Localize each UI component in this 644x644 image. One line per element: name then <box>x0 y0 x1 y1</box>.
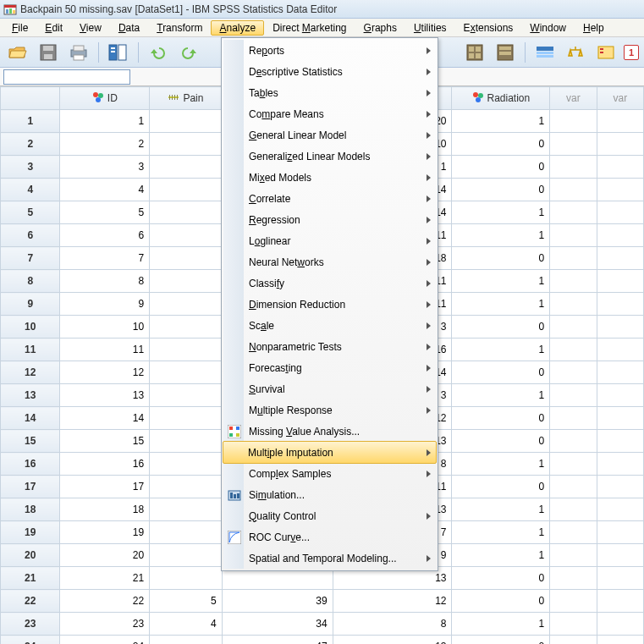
cell-id[interactable]: 19 <box>60 521 150 544</box>
cell-var[interactable] <box>550 567 597 590</box>
menu-item-general-linear-model[interactable]: General Linear Model <box>223 124 436 146</box>
cell-id[interactable]: 8 <box>60 270 150 293</box>
cell-var[interactable] <box>550 179 597 201</box>
cell-radiation[interactable]: 0 <box>452 636 550 645</box>
cell-var[interactable] <box>550 521 597 544</box>
save-button[interactable] <box>36 41 61 64</box>
cell-pain[interactable] <box>150 156 223 179</box>
goto-case-button[interactable] <box>462 41 487 64</box>
cell-id[interactable]: 3 <box>60 156 150 179</box>
row-header[interactable]: 4 <box>1 179 60 201</box>
cell-pain[interactable] <box>150 544 223 567</box>
cell-id[interactable]: 6 <box>60 224 150 247</box>
cell-c4[interactable]: 12 <box>333 590 452 613</box>
menu-extensions[interactable]: Extensions <box>455 20 522 36</box>
menu-direct-marketing[interactable]: Direct Marketing <box>264 20 355 36</box>
cell-var2[interactable] <box>597 339 643 361</box>
row-header[interactable]: 16 <box>1 453 60 476</box>
cell-pain[interactable] <box>150 361 223 384</box>
cell-var2[interactable] <box>597 407 643 430</box>
cell-var[interactable] <box>550 430 597 453</box>
cell-var[interactable] <box>550 361 597 384</box>
cell-radiation[interactable]: 1 <box>452 339 550 361</box>
cell-pain[interactable] <box>150 498 223 521</box>
cell-radiation[interactable]: 1 <box>452 544 550 567</box>
cell-pain[interactable] <box>150 293 223 316</box>
cell-radiation[interactable]: 1 <box>452 201 550 224</box>
row-header[interactable]: 14 <box>1 407 60 430</box>
col-header-var2[interactable]: var <box>597 87 643 110</box>
cell-radiation[interactable]: 1 <box>452 384 550 407</box>
cell-var2[interactable] <box>597 636 643 645</box>
cell-id[interactable]: 21 <box>60 567 150 590</box>
cell-id[interactable]: 16 <box>60 453 150 476</box>
cell-radiation[interactable]: 1 <box>452 110 550 133</box>
variables-button[interactable] <box>532 41 558 64</box>
cell-pain[interactable] <box>150 179 223 201</box>
cell-id[interactable]: 7 <box>60 247 150 270</box>
row-header[interactable]: 9 <box>1 293 60 316</box>
cell-pain[interactable] <box>150 316 223 339</box>
col-header-radiation[interactable]: Radiation <box>452 87 550 110</box>
cell-var2[interactable] <box>597 156 643 179</box>
cell-c3[interactable]: 34 <box>222 613 333 636</box>
undo-button[interactable] <box>146 41 171 64</box>
row-header[interactable]: 12 <box>1 361 60 384</box>
row-header[interactable]: 5 <box>1 201 60 224</box>
cell-pain[interactable] <box>150 430 223 453</box>
cell-id[interactable]: 13 <box>60 384 150 407</box>
cell-pain[interactable] <box>150 384 223 407</box>
cell-id[interactable]: 15 <box>60 430 150 453</box>
cell-var2[interactable] <box>597 476 643 498</box>
menu-item-simulation[interactable]: Simulation... <box>223 484 436 505</box>
weight-button[interactable] <box>563 41 588 64</box>
col-header-id[interactable]: ID <box>60 87 150 110</box>
menu-view[interactable]: View <box>71 20 110 36</box>
cell-pain[interactable] <box>150 270 223 293</box>
menu-data[interactable]: Data <box>110 20 148 36</box>
cell-var[interactable] <box>550 339 597 361</box>
cell-id[interactable]: 23 <box>60 613 150 636</box>
menu-item-generalized-linear-models[interactable]: Generalized Linear Models <box>223 146 436 167</box>
menu-item-regression[interactable]: Regression <box>223 209 436 230</box>
cell-id[interactable]: 20 <box>60 544 150 567</box>
row-header[interactable]: 19 <box>1 521 60 544</box>
menu-item-multiple-response[interactable]: Multiple Response <box>223 399 436 421</box>
cell-var[interactable] <box>550 476 597 498</box>
cell-radiation[interactable]: 0 <box>452 430 550 453</box>
menu-graphs[interactable]: Graphs <box>355 20 405 36</box>
cell-c3[interactable]: 47 <box>222 636 333 645</box>
menu-item-neural-networks[interactable]: Neural Networks <box>223 251 436 272</box>
cell-pain[interactable] <box>150 247 223 270</box>
cell-id[interactable]: 4 <box>60 179 150 201</box>
menu-item-mixed-models[interactable]: Mixed Models <box>223 167 436 188</box>
cell-var2[interactable] <box>597 179 643 201</box>
cell-id[interactable]: 14 <box>60 407 150 430</box>
row-header[interactable]: 22 <box>1 590 60 613</box>
cell-id[interactable]: 22 <box>60 590 150 613</box>
cell-var2[interactable] <box>597 224 643 247</box>
cell-var2[interactable] <box>597 110 643 133</box>
cell-var[interactable] <box>550 110 597 133</box>
value-labels-button[interactable] <box>593 41 619 64</box>
recall-dialog-button[interactable] <box>106 41 131 64</box>
cell-var[interactable] <box>550 316 597 339</box>
menu-item-descriptive-statistics[interactable]: Descriptive Statistics <box>223 61 436 82</box>
cell-pain[interactable] <box>150 224 223 247</box>
cell-var2[interactable] <box>597 498 643 521</box>
cell-var[interactable] <box>550 590 597 613</box>
row-header[interactable]: 10 <box>1 316 60 339</box>
cell-var2[interactable] <box>597 430 643 453</box>
menu-item-missing-value-analysis[interactable]: Missing Value Analysis... <box>223 421 436 442</box>
menu-item-quality-control[interactable]: Quality Control <box>223 505 436 526</box>
menu-item-forecasting[interactable]: Forecasting <box>223 357 436 378</box>
cell-var[interactable] <box>550 247 597 270</box>
cell-radiation[interactable]: 1 <box>452 453 550 476</box>
corner-header[interactable] <box>1 87 60 110</box>
row-header[interactable]: 15 <box>1 430 60 453</box>
cell-radiation[interactable]: 1 <box>452 613 550 636</box>
cell-var[interactable] <box>550 453 597 476</box>
row-header[interactable]: 17 <box>1 476 60 498</box>
row-header[interactable]: 20 <box>1 544 60 567</box>
cell-var[interactable] <box>550 224 597 247</box>
